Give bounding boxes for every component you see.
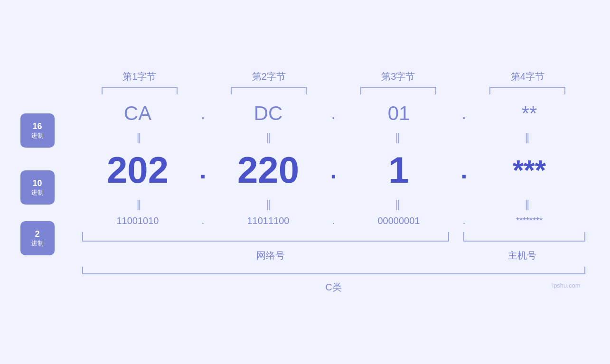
hex-value-4: **	[474, 102, 585, 125]
eq2-2: ‖	[211, 198, 327, 211]
bin-value-3: 00000001	[343, 215, 455, 226]
top-bracket-2	[231, 87, 307, 94]
dec-value-2: 220	[213, 149, 324, 192]
hex-badge-bottom: 进制	[31, 132, 44, 140]
eq2-1: ‖	[82, 198, 197, 211]
hex-value-1: CA	[82, 102, 194, 125]
hex-badge: 16 进制	[20, 113, 55, 148]
top-bracket-4	[489, 87, 565, 94]
eq1-3: ‖	[341, 131, 456, 144]
dec-dot-3: .	[455, 157, 474, 184]
host-label: 主机号	[460, 249, 585, 262]
top-bracket-1	[102, 87, 178, 94]
bin-dot-2: .	[324, 215, 343, 226]
dec-value-3: 1	[343, 149, 455, 192]
dec-badge-bottom: 进制	[31, 189, 44, 196]
network-label: 网络号	[82, 249, 460, 262]
class-bracket	[82, 267, 585, 274]
class-label: C类	[82, 281, 585, 294]
bin-dot-1: .	[194, 215, 213, 226]
eq2-3: ‖	[341, 198, 456, 211]
dec-badge-top: 10	[32, 178, 42, 189]
top-bracket-3	[360, 87, 436, 94]
dec-value-4: ***	[474, 154, 585, 187]
eq2-4: ‖	[470, 198, 585, 211]
bin-value-1: 11001010	[82, 215, 194, 226]
bin-value-4: ********	[474, 216, 585, 226]
eq1-1: ‖	[82, 131, 197, 144]
bin-badge-bottom: 进制	[31, 240, 44, 247]
hex-dot-1: .	[194, 103, 213, 123]
eq1-4: ‖	[470, 131, 585, 144]
bin-badge: 2 进制	[20, 221, 55, 255]
dec-value-1: 202	[82, 149, 194, 192]
dec-badge: 10 进制	[20, 170, 55, 205]
bin-value-2: 11011100	[213, 215, 324, 226]
hex-value-2: DC	[213, 102, 324, 125]
byte-header-2: 第2字节	[211, 70, 327, 83]
bin-dot-3: .	[455, 215, 474, 226]
network-bracket	[82, 232, 449, 242]
hex-value-3: 01	[343, 102, 455, 125]
bin-badge-top: 2	[35, 229, 39, 240]
hex-dot-3: .	[455, 103, 474, 123]
byte-header-4: 第4字节	[470, 70, 585, 83]
hex-dot-2: .	[324, 103, 343, 123]
eq1-2: ‖	[211, 131, 327, 144]
dec-dot-2: .	[324, 157, 343, 184]
dec-dot-1: .	[194, 157, 213, 184]
hex-badge-top: 16	[32, 121, 42, 132]
watermark: ipshu.com	[552, 282, 580, 289]
byte-header-3: 第3字节	[341, 70, 456, 83]
byte-header-1: 第1字节	[82, 70, 197, 83]
host-bracket	[463, 232, 585, 242]
